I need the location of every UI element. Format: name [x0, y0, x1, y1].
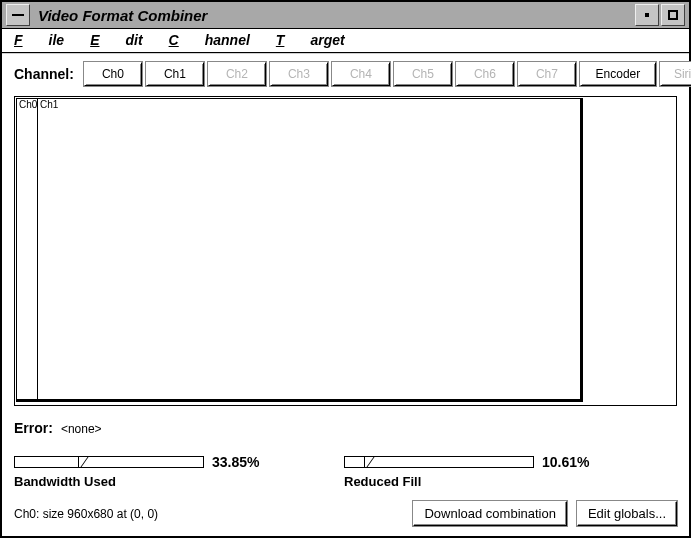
- channel-btn-sirius: Sirius: [660, 62, 691, 86]
- menu-edit[interactable]: Edit: [90, 32, 142, 48]
- bandwidth-meter-block: 33.85% Bandwidth Used: [14, 454, 284, 489]
- error-row: Error: <none>: [14, 420, 677, 436]
- channel-btn-ch0[interactable]: Ch0: [84, 62, 142, 86]
- app-window: Video Format Combiner File Edit Channel …: [0, 0, 691, 538]
- channel-btn-encoder[interactable]: Encoder: [580, 62, 656, 86]
- bandwidth-caption: Bandwidth Used: [14, 474, 284, 489]
- bottom-row: Ch0: size 960x680 at (0, 0) Download com…: [14, 501, 677, 526]
- fill-percent: 10.61%: [542, 454, 589, 470]
- error-value: <none>: [61, 422, 102, 436]
- channel-btn-ch4: Ch4: [332, 62, 390, 86]
- menu-channel[interactable]: Channel: [169, 32, 250, 48]
- canvas-ch1-label: Ch1: [40, 99, 58, 110]
- menu-file[interactable]: File: [14, 32, 64, 48]
- bandwidth-meter: [14, 456, 204, 468]
- fill-caption: Reduced Fill: [344, 474, 614, 489]
- maximize-button[interactable]: [661, 4, 685, 26]
- channel-row: Channel: Ch0 Ch1 Ch2 Ch3 Ch4 Ch5 Ch6 Ch7…: [14, 62, 677, 86]
- channel-btn-ch5: Ch5: [394, 62, 452, 86]
- preview-canvas[interactable]: Ch0 Ch1: [14, 96, 677, 406]
- channel-label: Channel:: [14, 66, 74, 82]
- minimize-button[interactable]: [635, 4, 659, 26]
- channel-btn-ch6: Ch6: [456, 62, 514, 86]
- fill-meter-fill: [345, 457, 365, 467]
- bandwidth-meter-fill: [15, 457, 79, 467]
- bandwidth-percent: 33.85%: [212, 454, 259, 470]
- menu-target[interactable]: Target: [276, 32, 345, 48]
- window-title: Video Format Combiner: [38, 7, 207, 24]
- error-label: Error:: [14, 420, 53, 436]
- menu-bar: File Edit Channel Target: [2, 29, 689, 52]
- channel-btn-ch3: Ch3: [270, 62, 328, 86]
- channel-btn-ch2: Ch2: [208, 62, 266, 86]
- meter-row: 33.85% Bandwidth Used 10.61% Reduced Fil…: [14, 454, 677, 489]
- canvas-ch0-label: Ch0: [19, 99, 37, 110]
- edit-globals-button[interactable]: Edit globals...: [577, 501, 677, 526]
- download-combination-button[interactable]: Download combination: [413, 501, 567, 526]
- channel-btn-ch1[interactable]: Ch1: [146, 62, 204, 86]
- title-bar: Video Format Combiner: [2, 2, 689, 29]
- status-text: Ch0: size 960x680 at (0, 0): [14, 507, 403, 521]
- canvas-ch1-rect[interactable]: Ch1: [37, 98, 583, 402]
- fill-meter-block: 10.61% Reduced Fill: [344, 454, 614, 489]
- channel-btn-ch7: Ch7: [518, 62, 576, 86]
- fill-meter: [344, 456, 534, 468]
- system-menu-icon[interactable]: [6, 4, 30, 26]
- content-area: Channel: Ch0 Ch1 Ch2 Ch3 Ch4 Ch5 Ch6 Ch7…: [2, 54, 689, 536]
